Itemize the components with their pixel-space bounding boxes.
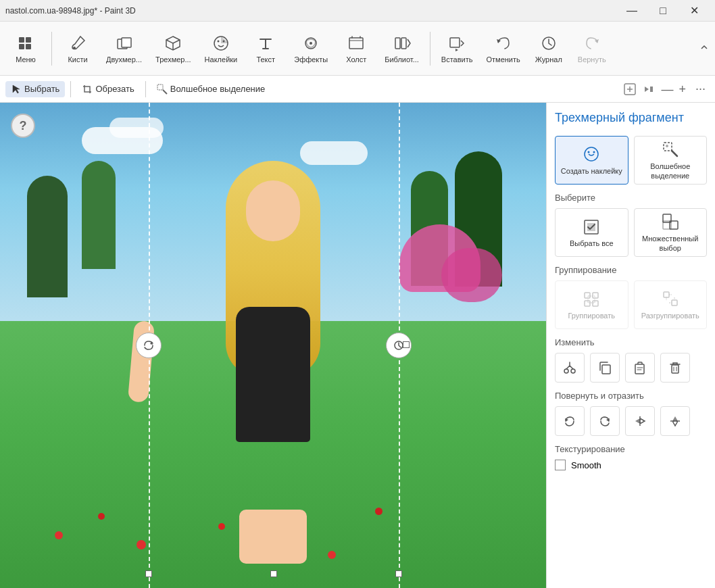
group-button[interactable]: Группировать [555,280,628,329]
toolbar-effects[interactable]: Эффекты [289,24,333,73]
select-all-icon [582,218,601,237]
create-sticker-button[interactable]: Создать наклейку [555,136,628,185]
toolbar-collapse[interactable] [699,42,710,55]
maximize-button[interactable]: □ [647,0,679,22]
flip-vertical-button[interactable] [660,406,690,436]
toolbar-library[interactable]: Библиот... [379,24,424,73]
close-button[interactable]: ✕ [679,0,710,22]
create-sticker-label: Создать наклейку [561,166,622,176]
toolbar-3d[interactable]: Трехмер... [150,24,197,73]
main-area: ? Трехмерный фрагмент [0,103,715,588]
toolbar-canvas[interactable]: Холст [336,24,376,73]
subtoolbar-crop-label: Обрезать [95,84,134,94]
subtoolbar-minus[interactable]: — [661,83,673,95]
sticker-icon [212,34,230,53]
subtoolbar-magic-label: Волшебное выделение [170,84,266,94]
subtoolbar-more[interactable]: ··· [691,80,710,97]
svg-rect-1 [19,44,24,49]
toolbar-history[interactable]: Журнал [528,24,569,73]
collapse-icon [699,42,710,53]
2d-icon [115,34,134,53]
toolbar-text-label: Текст [256,55,275,64]
group-label: Группировать [568,312,616,320]
svg-point-11 [310,42,312,45]
sub-sep-2 [145,81,146,97]
resize-handle-bottom-left[interactable] [145,570,152,577]
resize-handle-right[interactable] [403,341,410,348]
create-sticker-icon [582,145,601,164]
rotate-right-icon [597,414,612,428]
rotate-left-button[interactable] [555,406,585,436]
rotate-handle-left[interactable] [136,333,162,358]
svg-rect-34 [593,301,598,306]
effects-icon [301,34,320,53]
library-icon [393,34,412,53]
flip-horizontal-button[interactable] [625,406,655,436]
resize-handle-bottom-right[interactable] [395,570,402,577]
toolbar-2d[interactable]: Двухмер... [101,24,147,73]
toolbar-menu[interactable]: Меню [5,24,46,73]
subtoolbar-crop[interactable]: Обрезать [76,81,139,97]
delete-button[interactable] [660,353,690,383]
svg-point-21 [585,147,598,161]
select-all-button[interactable]: Выбрать все [555,208,628,257]
toolbar-canvas-label: Холст [346,55,366,64]
flip-v-icon [668,414,683,428]
subtoolbar-magic[interactable]: Волшебное выделение [151,81,271,97]
rotate-icon-left [142,339,155,352]
resize-handle-bottom-center[interactable] [270,570,277,577]
subtoolbar-select[interactable]: Выбрать [5,81,65,97]
toolbar-2d-label: Двухмер... [106,55,142,64]
toolbar-library-label: Библиот... [385,55,419,64]
right-panel: Трехмерный фрагмент Создать наклейку Во [546,103,715,588]
subtoolbar-plus[interactable]: + [679,83,686,95]
minimize-button[interactable]: — [616,0,647,22]
magic-select-label: Волшебное выделение [635,162,707,181]
help-button[interactable]: ? [11,114,35,138]
paste-button[interactable] [625,353,655,383]
toolbar-redo-label: Вернуть [578,55,606,64]
rotate-right-button[interactable] [590,406,620,436]
svg-rect-13 [395,38,400,49]
svg-rect-41 [635,364,644,374]
svg-point-4 [73,47,76,49]
svg-rect-2 [26,37,31,43]
toolbar-undo[interactable]: Отменить [481,24,526,73]
select-buttons-row: Выбрать все Множественный выбор [555,208,707,257]
toolbar-3d-label: Трехмер... [155,55,191,64]
toolbar-insert-label: Вставить [441,55,473,64]
copy-button[interactable] [590,353,620,383]
group-buttons-row: Группировать Разгруппировать [555,280,707,329]
toolbar-insert[interactable]: Вставить [436,24,478,73]
delete-icon [668,360,683,375]
ungroup-button[interactable]: Разгруппировать [634,280,708,329]
crop-icon [82,84,93,95]
toolbar-menu-label: Меню [16,55,36,64]
canvas-area[interactable]: ? [0,103,546,588]
svg-rect-0 [19,37,24,43]
smooth-checkbox-row: Smooth [555,460,707,470]
svg-rect-6 [122,38,131,47]
edit-icons-row [555,353,707,383]
multi-select-button[interactable]: Множественный выбор [634,208,708,257]
cut-button[interactable] [555,353,585,383]
toolbar-brushes[interactable]: Кисти [57,24,98,73]
magic-select-button[interactable]: Волшебное выделение [634,136,708,185]
photo-background [0,103,546,588]
edit-section-label: Изменить [555,337,707,347]
group-icon [582,290,601,309]
panel-main-buttons: Создать наклейку Волшебное выделение [555,136,707,185]
ungroup-label: Разгруппировать [641,311,699,320]
smooth-checkbox[interactable] [555,460,566,470]
select-section-label: Выберите [555,193,707,203]
svg-rect-40 [602,365,610,374]
copy-icon [597,360,612,375]
select-all-label: Выбрать все [570,239,614,247]
canvas-icon [347,34,366,53]
toolbar-stickers[interactable]: Наклейки [199,24,243,73]
toolbar-text[interactable]: Текст [245,24,286,73]
toolbar-redo[interactable]: Вернуть [572,24,612,73]
subtoolbar: Выбрать Обрезать Волшебное выделение — +… [0,76,715,103]
svg-rect-12 [349,38,363,49]
rotate-left-icon [562,414,577,428]
